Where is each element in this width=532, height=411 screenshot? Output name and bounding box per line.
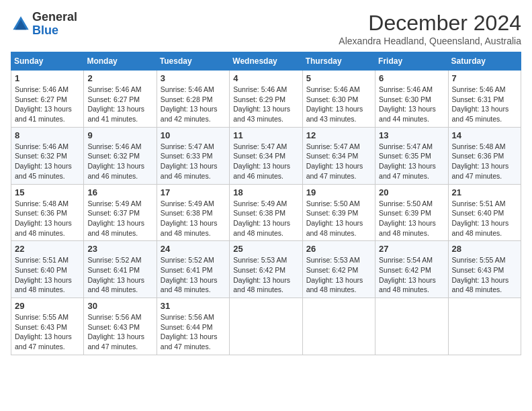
calendar-cell: 4 Sunrise: 5:46 AMSunset: 6:29 PMDayligh… <box>230 71 302 128</box>
day-info: Sunrise: 5:55 AMSunset: 6:43 PMDaylight:… <box>15 313 72 351</box>
calendar-cell: 16 Sunrise: 5:49 AMSunset: 6:37 PMDaylig… <box>84 184 157 241</box>
day-number: 20 <box>379 187 444 197</box>
calendar-cell <box>230 298 302 355</box>
calendar-cell: 5 Sunrise: 5:46 AMSunset: 6:30 PMDayligh… <box>302 71 375 128</box>
calendar-cell: 23 Sunrise: 5:52 AMSunset: 6:41 PMDaylig… <box>84 241 157 298</box>
day-info: Sunrise: 5:51 AMSunset: 6:40 PMDaylight:… <box>15 256 72 293</box>
day-info: Sunrise: 5:50 AMSunset: 6:39 PMDaylight:… <box>306 199 363 237</box>
col-header-friday: Friday <box>375 52 448 71</box>
calendar-cell: 31 Sunrise: 5:56 AMSunset: 6:44 PMDaylig… <box>157 298 229 355</box>
calendar-cell: 19 Sunrise: 5:50 AMSunset: 6:39 PMDaylig… <box>302 184 375 241</box>
day-number: 15 <box>15 187 80 197</box>
day-info: Sunrise: 5:52 AMSunset: 6:41 PMDaylight:… <box>161 256 218 293</box>
calendar-cell: 9 Sunrise: 5:46 AMSunset: 6:32 PMDayligh… <box>84 127 157 184</box>
day-number: 12 <box>306 130 371 140</box>
day-number: 13 <box>379 130 444 140</box>
logo-general-text: General <box>32 10 77 24</box>
day-number: 29 <box>15 301 80 311</box>
day-number: 28 <box>452 244 517 254</box>
day-info: Sunrise: 5:46 AMSunset: 6:29 PMDaylight:… <box>233 85 290 123</box>
day-number: 9 <box>87 130 152 140</box>
calendar-cell: 2 Sunrise: 5:46 AMSunset: 6:27 PMDayligh… <box>84 71 157 128</box>
page-header: General Blue December 2024 Alexandra Hea… <box>11 11 521 46</box>
day-info: Sunrise: 5:46 AMSunset: 6:30 PMDaylight:… <box>306 85 363 123</box>
day-number: 24 <box>161 244 226 254</box>
day-info: Sunrise: 5:55 AMSunset: 6:43 PMDaylight:… <box>452 256 509 293</box>
day-number: 17 <box>161 187 226 197</box>
day-number: 16 <box>87 187 152 197</box>
title-block: December 2024 Alexandra Headland, Queens… <box>339 11 521 46</box>
calendar-cell: 17 Sunrise: 5:49 AMSunset: 6:38 PMDaylig… <box>157 184 229 241</box>
day-info: Sunrise: 5:46 AMSunset: 6:32 PMDaylight:… <box>15 142 72 180</box>
logo-icon <box>11 14 31 34</box>
logo-blue-text: Blue <box>32 24 58 37</box>
day-number: 31 <box>161 301 226 311</box>
day-info: Sunrise: 5:46 AMSunset: 6:30 PMDaylight:… <box>379 85 436 123</box>
day-number: 1 <box>15 73 80 83</box>
day-number: 22 <box>15 244 80 254</box>
day-number: 19 <box>306 187 371 197</box>
day-number: 8 <box>15 130 80 140</box>
day-info: Sunrise: 5:53 AMSunset: 6:42 PMDaylight:… <box>306 256 363 293</box>
calendar-cell: 18 Sunrise: 5:49 AMSunset: 6:38 PMDaylig… <box>230 184 302 241</box>
day-info: Sunrise: 5:53 AMSunset: 6:42 PMDaylight:… <box>233 256 290 293</box>
day-number: 23 <box>87 244 152 254</box>
calendar-cell: 21 Sunrise: 5:51 AMSunset: 6:40 PMDaylig… <box>448 184 521 241</box>
calendar-cell: 20 Sunrise: 5:50 AMSunset: 6:39 PMDaylig… <box>375 184 448 241</box>
day-number: 5 <box>306 73 371 83</box>
day-number: 2 <box>87 73 152 83</box>
day-info: Sunrise: 5:54 AMSunset: 6:42 PMDaylight:… <box>379 256 436 293</box>
day-info: Sunrise: 5:49 AMSunset: 6:37 PMDaylight:… <box>87 199 144 237</box>
day-info: Sunrise: 5:51 AMSunset: 6:40 PMDaylight:… <box>452 199 509 237</box>
day-info: Sunrise: 5:49 AMSunset: 6:38 PMDaylight:… <box>161 199 218 237</box>
calendar-cell: 6 Sunrise: 5:46 AMSunset: 6:30 PMDayligh… <box>375 71 448 128</box>
day-number: 3 <box>161 73 226 83</box>
calendar-cell: 7 Sunrise: 5:46 AMSunset: 6:31 PMDayligh… <box>448 71 521 128</box>
day-info: Sunrise: 5:56 AMSunset: 6:43 PMDaylight:… <box>87 313 144 351</box>
day-info: Sunrise: 5:56 AMSunset: 6:44 PMDaylight:… <box>161 313 218 351</box>
main-title: December 2024 <box>339 11 521 36</box>
day-info: Sunrise: 5:46 AMSunset: 6:31 PMDaylight:… <box>452 85 509 123</box>
calendar-cell: 30 Sunrise: 5:56 AMSunset: 6:43 PMDaylig… <box>84 298 157 355</box>
calendar-cell: 22 Sunrise: 5:51 AMSunset: 6:40 PMDaylig… <box>11 241 84 298</box>
day-info: Sunrise: 5:46 AMSunset: 6:27 PMDaylight:… <box>15 85 72 123</box>
day-number: 25 <box>233 244 298 254</box>
day-info: Sunrise: 5:47 AMSunset: 6:33 PMDaylight:… <box>161 142 218 180</box>
calendar-cell: 8 Sunrise: 5:46 AMSunset: 6:32 PMDayligh… <box>11 127 84 184</box>
calendar-week-1: 1 Sunrise: 5:46 AMSunset: 6:27 PMDayligh… <box>11 71 521 128</box>
calendar-cell: 10 Sunrise: 5:47 AMSunset: 6:33 PMDaylig… <box>157 127 229 184</box>
calendar-header-row: SundayMondayTuesdayWednesdayThursdayFrid… <box>11 52 521 71</box>
calendar-cell: 24 Sunrise: 5:52 AMSunset: 6:41 PMDaylig… <box>157 241 229 298</box>
col-header-sunday: Sunday <box>11 52 84 71</box>
day-number: 21 <box>452 187 517 197</box>
day-number: 11 <box>233 130 298 140</box>
calendar-cell <box>448 298 521 355</box>
calendar-cell: 1 Sunrise: 5:46 AMSunset: 6:27 PMDayligh… <box>11 71 84 128</box>
day-info: Sunrise: 5:47 AMSunset: 6:35 PMDaylight:… <box>379 142 436 180</box>
calendar-cell <box>302 298 375 355</box>
calendar-cell: 15 Sunrise: 5:48 AMSunset: 6:36 PMDaylig… <box>11 184 84 241</box>
calendar-cell: 3 Sunrise: 5:46 AMSunset: 6:28 PMDayligh… <box>157 71 229 128</box>
col-header-tuesday: Tuesday <box>157 52 229 71</box>
calendar-cell <box>375 298 448 355</box>
calendar-week-4: 22 Sunrise: 5:51 AMSunset: 6:40 PMDaylig… <box>11 241 521 298</box>
day-info: Sunrise: 5:48 AMSunset: 6:36 PMDaylight:… <box>15 199 72 237</box>
day-info: Sunrise: 5:47 AMSunset: 6:34 PMDaylight:… <box>306 142 363 180</box>
calendar-cell: 12 Sunrise: 5:47 AMSunset: 6:34 PMDaylig… <box>302 127 375 184</box>
day-number: 18 <box>233 187 298 197</box>
col-header-thursday: Thursday <box>302 52 375 71</box>
day-info: Sunrise: 5:46 AMSunset: 6:28 PMDaylight:… <box>161 85 218 123</box>
day-number: 30 <box>87 301 152 311</box>
day-number: 10 <box>161 130 226 140</box>
day-number: 7 <box>452 73 517 83</box>
day-number: 27 <box>379 244 444 254</box>
day-number: 26 <box>306 244 371 254</box>
col-header-wednesday: Wednesday <box>230 52 302 71</box>
calendar-week-2: 8 Sunrise: 5:46 AMSunset: 6:32 PMDayligh… <box>11 127 521 184</box>
sub-title: Alexandra Headland, Queensland, Australi… <box>339 36 521 46</box>
calendar-week-3: 15 Sunrise: 5:48 AMSunset: 6:36 PMDaylig… <box>11 184 521 241</box>
calendar-cell: 14 Sunrise: 5:48 AMSunset: 6:36 PMDaylig… <box>448 127 521 184</box>
calendar-cell: 26 Sunrise: 5:53 AMSunset: 6:42 PMDaylig… <box>302 241 375 298</box>
calendar-cell: 29 Sunrise: 5:55 AMSunset: 6:43 PMDaylig… <box>11 298 84 355</box>
day-info: Sunrise: 5:50 AMSunset: 6:39 PMDaylight:… <box>379 199 436 237</box>
